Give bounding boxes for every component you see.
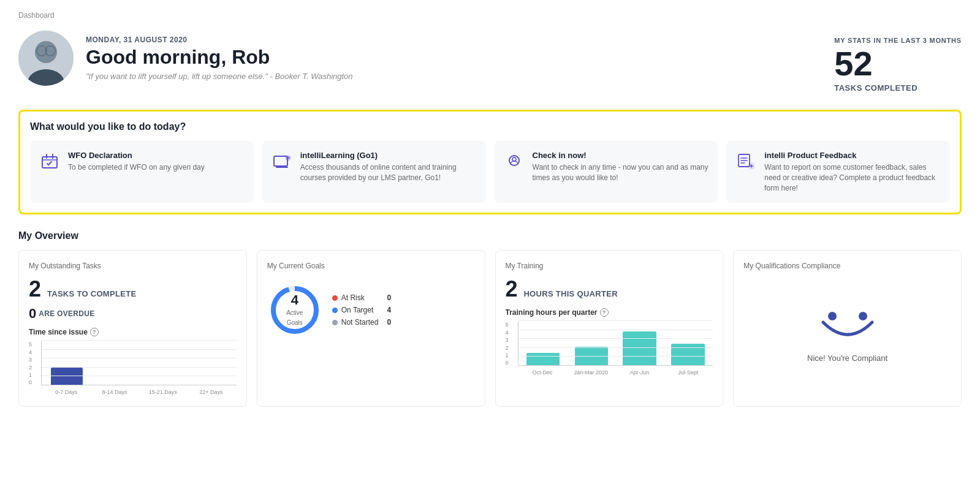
donut-chart: 4 Active Goals [267,282,322,338]
qualifications-card-title: My Qualifications Compliance [743,262,951,270]
training-hours-label: HOURS THIS QUARTER [523,289,617,298]
stats-desc: TASKS COMPLETED [834,83,962,93]
learning-icon [271,151,293,173]
legend-on-target: On Target 4 [332,306,391,314]
t-x-apr: Apr-Jun [617,369,662,376]
bar-22plus [188,341,234,385]
on-target-label: On Target [341,306,373,314]
qualifications-content: Nice! You're Compliant [743,276,951,363]
not-started-value: 0 [382,318,391,327]
not-started-label: Not Started [341,318,379,327]
svg-point-15 [828,312,837,320]
header-left: MONDAY, 31 AUGUST 2020 Good morning, Rob… [18,31,353,86]
x-label-22plus: 22+ Days [188,389,234,395]
t-x-jul: Jul-Sept [666,369,710,376]
tasks-count-row: 2 TASKS TO COMPLETE [29,276,237,302]
smiley-icon [811,301,884,344]
header-section: MONDAY, 31 AUGUST 2020 Good morning, Rob… [18,31,962,93]
action-cards-grid: WFO Declaration To be completed if WFO o… [30,141,950,203]
overdue-label: ARE OVERDUE [39,309,94,318]
x-label-0-7: 0-7 Days [44,389,89,395]
compliant-text: Nice! You're Compliant [807,354,887,363]
breadcrumb: Dashboard [18,11,962,20]
feedback-card[interactable]: intelli Product Feedback Want to report … [726,141,950,203]
tasks-count: 2 [29,276,41,301]
overview-section: My Overview My Outstanding Tasks 2 TASKS… [18,230,962,407]
svg-point-10 [512,157,516,161]
greeting: Good morning, Rob [86,47,353,68]
tasks-chart: 5 4 3 2 1 0 [29,341,237,395]
wfo-card-text: WFO Declaration To be completed if WFO o… [68,151,205,173]
learning-title: intelliLearning (Go1) [300,151,477,160]
training-sub-label: Training hours per quarter ? [506,308,713,317]
t-x-oct: Oct-Dec [520,369,565,376]
training-hours-row: 2 HOURS THIS QUARTER [506,276,713,302]
wfo-icon [39,151,61,173]
tasks-card: My Outstanding Tasks 2 TASKS TO COMPLETE… [18,250,247,407]
not-started-dot [332,320,338,325]
wfo-card[interactable]: WFO Declaration To be completed if WFO o… [30,141,254,203]
goals-chart: 4 Active Goals At Risk 0 On T [267,282,475,338]
donut-number: 4 [281,293,308,307]
goals-legend: At Risk 0 On Target 4 Not Started 0 [332,293,391,327]
checkin-card-text: Check in now! Want to check in any time … [533,151,710,183]
feedback-card-text: intelli Product Feedback Want to report … [764,151,941,193]
legend-not-started: Not Started 0 [332,318,391,327]
training-chart: 5 4 3 2 1 0 [506,322,713,376]
feedback-icon [735,151,757,173]
at-risk-dot [332,295,338,301]
stats-section: MY STATS IN THE LAST 3 MONTHS 52 TASKS C… [834,31,962,93]
wfo-desc: To be completed if WFO on any given day [68,162,205,173]
training-hours: 2 [506,276,518,301]
legend-at-risk: At Risk 0 [332,293,391,302]
svg-rect-6 [42,157,57,168]
goals-card-title: My Current Goals [267,262,475,270]
on-target-dot [332,308,338,313]
at-risk-label: At Risk [341,293,365,302]
learning-card-text: intelliLearning (Go1) Access thousands o… [300,151,477,183]
training-card: My Training 2 HOURS THIS QUARTER Trainin… [495,250,724,407]
t-bar-oct [521,322,566,365]
t-bar-apr [617,322,662,365]
goals-card: My Current Goals 4 Active Goals [257,250,485,407]
action-title: What would you like to do today? [30,121,950,132]
learning-desc: Access thousands of online content and t… [300,162,477,183]
checkin-card[interactable]: Check in now! Want to check in any time … [495,141,718,203]
header-text: MONDAY, 31 AUGUST 2020 Good morning, Rob… [86,36,353,81]
on-target-value: 4 [382,306,391,314]
donut-center: 4 Active Goals [281,293,308,327]
avatar [18,31,74,86]
t-bar-jan [569,322,613,365]
at-risk-value: 0 [382,293,391,302]
bar-8-14 [92,341,137,385]
svg-point-16 [859,312,867,320]
checkin-icon [503,151,525,173]
header-date: MONDAY, 31 AUGUST 2020 [86,36,353,44]
training-card-title: My Training [506,262,713,270]
overview-grid: My Outstanding Tasks 2 TASKS TO COMPLETE… [18,250,962,407]
quote: "If you want to lift yourself up, lift u… [86,72,353,81]
overdue-row: 0 ARE OVERDUE [29,306,237,322]
action-section: What would you like to do today? WFO Dec… [18,110,962,214]
overview-title: My Overview [18,230,962,241]
stats-number: 52 [834,47,962,81]
training-help-icon: ? [600,308,609,317]
learning-card[interactable]: intelliLearning (Go1) Access thousands o… [262,141,486,203]
feedback-title: intelli Product Feedback [764,151,941,160]
x-label-8-14: 8-14 Days [92,389,138,395]
t-x-jan: Jan-Mar 2020 [569,369,613,376]
bar-15-21 [140,341,186,385]
x-label-15-21: 15-21 Days [140,389,186,395]
tasks-label: TASKS TO COMPLETE [47,289,136,298]
qualifications-card: My Qualifications Compliance Nice! You'r… [733,250,962,407]
checkin-desc: Want to check in any time - now you can … [533,162,710,183]
feedback-desc: Want to report on some customer feedback… [764,162,941,193]
t-bar-jul [666,322,710,365]
wfo-title: WFO Declaration [68,151,205,160]
checkin-title: Check in now! [533,151,710,160]
overdue-count: 0 [29,306,36,322]
stats-label: MY STATS IN THE LAST 3 MONTHS [834,37,962,44]
bar-0-7 [44,341,89,385]
time-since-label: Time since issue ? [29,328,237,336]
tasks-card-title: My Outstanding Tasks [29,262,237,270]
